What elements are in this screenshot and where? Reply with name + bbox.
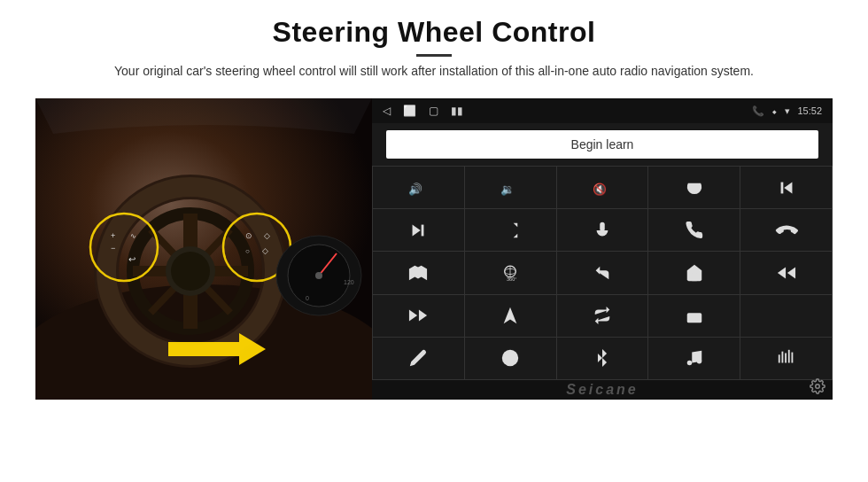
location-icon: ⬥ xyxy=(771,105,778,116)
camera-button[interactable] xyxy=(373,252,464,293)
vol-up-button[interactable]: 🔊 xyxy=(373,167,464,208)
svg-marker-33 xyxy=(413,224,421,236)
svg-text:∿: ∿ xyxy=(130,232,136,240)
top-bar-right: 📞 ⬥ ▾ 15:52 xyxy=(752,105,822,117)
seicane-watermark: Seicane xyxy=(566,382,638,398)
svg-rect-38 xyxy=(600,222,605,231)
page-subtitle: Your original car's steering wheel contr… xyxy=(114,62,754,81)
begin-learn-row: Begin learn xyxy=(372,123,833,166)
next-button[interactable] xyxy=(373,209,464,251)
svg-text:◇: ◇ xyxy=(262,246,268,255)
svg-text:🔊: 🔊 xyxy=(408,182,423,196)
tune-button[interactable] xyxy=(740,295,832,337)
svg-marker-48 xyxy=(409,310,417,322)
svg-text:⊙: ⊙ xyxy=(245,231,252,240)
power-button[interactable] xyxy=(648,167,740,208)
phone-answer-button[interactable] xyxy=(648,209,740,251)
top-status-bar: ◁ ⬜ ▢ ▮▮ 📞 ⬥ ▾ 15:52 xyxy=(372,98,833,123)
controls-grid: 🔊 🔉 🔇 xyxy=(372,166,833,380)
rewind-button[interactable] xyxy=(740,252,832,293)
phone-status-icon: 📞 xyxy=(752,105,764,117)
svg-point-65 xyxy=(697,359,702,364)
home-nav-icon[interactable]: ⬜ xyxy=(403,105,416,117)
wifi-icon: ▾ xyxy=(785,105,790,117)
svg-rect-69 xyxy=(787,350,789,363)
svg-rect-66 xyxy=(778,355,779,363)
svg-rect-34 xyxy=(422,224,424,236)
svg-point-71 xyxy=(816,385,820,389)
clock-button[interactable] xyxy=(465,338,556,379)
car-image-panel: + ∿ − ↩ ⊙ ◇ ○ ◇ 0 120 xyxy=(35,98,372,400)
page-container: Steering Wheel Control Your original car… xyxy=(0,0,868,482)
360-icon: 360° xyxy=(500,263,520,283)
music-button[interactable] xyxy=(648,338,740,379)
watermark-bar: Seicane xyxy=(372,380,833,400)
settings-gear-area[interactable] xyxy=(810,378,825,398)
pen-button[interactable] xyxy=(373,338,464,379)
top-bar-left: ◁ ⬜ ▢ ▮▮ xyxy=(383,105,463,117)
prev-track-button[interactable] xyxy=(740,167,832,208)
title-divider xyxy=(416,54,452,57)
phone-hangup-button[interactable] xyxy=(740,209,832,251)
svg-point-64 xyxy=(687,361,693,366)
content-row: + ∿ − ↩ ⊙ ◇ ○ ◇ 0 120 xyxy=(35,98,833,400)
home-button[interactable] xyxy=(648,252,740,293)
svg-text:◇: ◇ xyxy=(264,231,270,240)
svg-marker-47 xyxy=(419,310,427,322)
navigation-button[interactable] xyxy=(465,295,556,337)
svg-text:🔇: 🔇 xyxy=(593,182,608,196)
svg-point-10 xyxy=(171,252,210,291)
shuffle-button[interactable] xyxy=(465,209,556,251)
mute-button[interactable]: 🔇 xyxy=(557,167,648,208)
settings-gear-icon xyxy=(810,378,825,394)
svg-rect-50 xyxy=(687,313,702,323)
vol-down-button[interactable]: 🔉 xyxy=(465,167,556,208)
svg-rect-67 xyxy=(781,352,783,363)
sound-equalizer-button[interactable] xyxy=(740,338,832,379)
svg-line-37 xyxy=(504,223,508,228)
svg-rect-68 xyxy=(785,354,787,363)
equalizer-swap-button[interactable] xyxy=(557,295,648,337)
begin-learn-button[interactable]: Begin learn xyxy=(386,130,818,159)
control-panel: ◁ ⬜ ▢ ▮▮ 📞 ⬥ ▾ 15:52 Begin learn xyxy=(372,98,833,400)
svg-text:🔉: 🔉 xyxy=(500,182,515,196)
radio-button[interactable] xyxy=(648,295,740,337)
svg-text:○: ○ xyxy=(245,247,250,255)
360-view-button[interactable]: 360° xyxy=(465,252,556,293)
svg-marker-45 xyxy=(778,268,786,279)
page-title: Steering Wheel Control xyxy=(114,16,754,49)
svg-text:120: 120 xyxy=(344,279,354,285)
signal-icon: ▮▮ xyxy=(451,105,463,117)
title-section: Steering Wheel Control Your original car… xyxy=(114,16,754,91)
svg-marker-31 xyxy=(784,182,792,193)
svg-rect-32 xyxy=(780,182,783,193)
microphone-button[interactable] xyxy=(557,209,648,251)
svg-text:+: + xyxy=(111,231,115,240)
svg-text:360°: 360° xyxy=(507,276,516,282)
svg-rect-70 xyxy=(791,353,793,363)
svg-text:0: 0 xyxy=(306,295,309,301)
clock-display: 15:52 xyxy=(797,105,822,116)
svg-text:↩: ↩ xyxy=(128,254,136,264)
fast-forward-button[interactable] xyxy=(373,295,464,337)
svg-point-51 xyxy=(696,316,700,320)
back-button[interactable] xyxy=(557,252,648,293)
svg-marker-46 xyxy=(787,268,795,279)
car-illustration: + ∿ − ↩ ⊙ ◇ ○ ◇ 0 120 xyxy=(35,98,372,400)
svg-text:−: − xyxy=(111,244,115,253)
svg-line-35 xyxy=(504,223,518,237)
svg-marker-49 xyxy=(504,307,517,323)
svg-point-24 xyxy=(315,272,322,279)
bluetooth-button[interactable] xyxy=(557,338,648,379)
back-nav-icon[interactable]: ◁ xyxy=(383,105,391,117)
recents-nav-icon[interactable]: ▢ xyxy=(429,105,438,117)
